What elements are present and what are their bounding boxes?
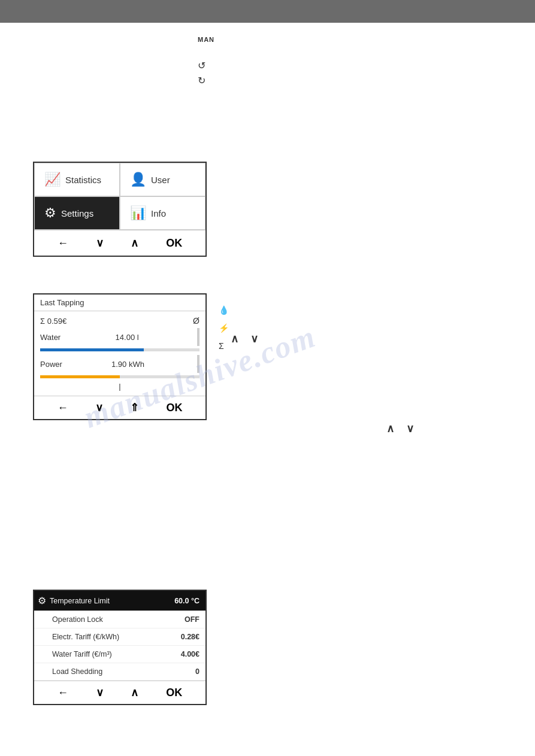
settings-row-operation-lock[interactable]: Operation Lock OFF — [34, 611, 205, 629]
tapping-body: Σ 0.59€ Ø Water 14.00 l Power 1.90 kWh | — [34, 311, 205, 396]
power-progress-fill — [40, 375, 120, 378]
settings-panel: ⚙ Temperature Limit 60.0 °C Operation Lo… — [33, 590, 207, 705]
settings-ok-button[interactable]: OK — [166, 687, 182, 699]
tapping-panel: Last Tapping Σ 0.59€ Ø Water 14.00 l Pow… — [33, 293, 207, 420]
menu-panel: 📈 Statistics 👤 User ⚙ Settings 📊 Info ← … — [33, 162, 207, 257]
settings-icon: ⚙ — [44, 205, 56, 221]
water-progress-bar — [40, 348, 200, 351]
menu-item-settings[interactable]: ⚙ Settings — [34, 196, 120, 230]
statistics-icon: 📈 — [44, 172, 61, 187]
water-drop-icon: 💧 — [219, 305, 229, 315]
settings-value-electr-tariff: 0.28€ — [181, 633, 200, 641]
nav-up-arrow-tapping[interactable]: ∧ — [231, 332, 238, 345]
man-label: MAN — [198, 36, 214, 43]
tapping-back-button[interactable]: ← — [58, 402, 68, 414]
tapping-power-row: Power 1.90 kWh — [40, 355, 200, 373]
info-icon: 📊 — [130, 205, 146, 221]
tapping-water-label: Water — [40, 333, 61, 342]
settings-row-load-shedding[interactable]: Load Shedding 0 — [34, 663, 205, 681]
nav-up-arrow-lower[interactable]: ∧ — [386, 422, 394, 435]
tapping-vertical-bar: | — [40, 382, 200, 391]
nav-arrows-lower: ∧ ∨ — [386, 422, 414, 435]
tapping-power-value: 1.90 kWh — [111, 360, 144, 369]
avg-icon: Ø — [193, 316, 200, 326]
menu-back-button[interactable]: ← — [58, 237, 68, 250]
tapping-water-value: 14.00 l — [116, 333, 139, 342]
settings-row-electr-tariff[interactable]: Electr. Tariff (€/kWh) 0.28€ — [34, 629, 205, 646]
redo-icon[interactable]: ↻ — [198, 75, 205, 86]
tapping-cost: Σ 0.59€ — [40, 317, 67, 326]
user-icon: 👤 — [130, 172, 146, 187]
settings-value-water-tariff: 4.00€ — [181, 650, 200, 658]
settings-value-load-shedding: 0 — [195, 667, 200, 676]
sigma-icon: Σ — [219, 341, 229, 351]
tapping-nav: ← ∨ ⇑ OK — [34, 396, 205, 419]
menu-item-info[interactable]: 📊 Info — [120, 196, 205, 230]
tapping-up-button[interactable]: ⇑ — [130, 401, 139, 414]
tapping-cost-row: Σ 0.59€ Ø — [40, 316, 200, 326]
nav-down-arrow-lower[interactable]: ∨ — [406, 422, 414, 435]
nav-arrows-tapping: ∧ ∨ — [231, 332, 258, 345]
settings-value-temperature: 60.0 °C — [174, 597, 200, 605]
menu-label-settings: Settings — [61, 208, 93, 218]
settings-row-temperature[interactable]: ⚙ Temperature Limit 60.0 °C — [34, 591, 205, 611]
settings-label-electr-tariff: Electr. Tariff (€/kWh) — [52, 633, 181, 641]
settings-label-water-tariff: Water Tariff (€/m³) — [52, 650, 181, 658]
settings-value-operation-lock: OFF — [185, 615, 200, 624]
top-icons-group: ↺ ↻ — [198, 60, 205, 86]
tapping-water-row: Water 14.00 l — [40, 328, 200, 346]
settings-label-load-shedding: Load Shedding — [52, 667, 195, 676]
settings-gear-icon: ⚙ — [38, 595, 46, 606]
lightning-icon: ⚡ — [219, 323, 229, 333]
side-icons-group: 💧 ⚡ Σ — [219, 305, 229, 351]
settings-label-operation-lock: Operation Lock — [52, 615, 185, 624]
tapping-down-button[interactable]: ∨ — [95, 401, 103, 414]
menu-label-user: User — [151, 175, 170, 185]
power-progress-bar — [40, 375, 200, 378]
water-progress-fill — [40, 348, 144, 351]
menu-grid: 📈 Statistics 👤 User ⚙ Settings 📊 Info — [34, 163, 205, 230]
settings-down-button[interactable]: ∨ — [96, 686, 104, 699]
top-bar — [0, 0, 535, 23]
menu-ok-button[interactable]: OK — [166, 237, 182, 250]
menu-up-button[interactable]: ∧ — [131, 236, 138, 250]
menu-item-user[interactable]: 👤 User — [120, 163, 205, 196]
menu-item-statistics[interactable]: 📈 Statistics — [34, 163, 120, 196]
settings-back-button[interactable]: ← — [58, 687, 68, 699]
tapping-power-label: Power — [40, 360, 62, 369]
tapping-title: Last Tapping — [34, 294, 205, 311]
settings-nav: ← ∨ ∧ OK — [34, 681, 205, 704]
settings-up-button[interactable]: ∧ — [131, 686, 138, 699]
menu-label-statistics: Statistics — [65, 175, 101, 185]
undo-icon[interactable]: ↺ — [198, 60, 205, 71]
settings-label-temperature: Temperature Limit — [50, 597, 174, 605]
menu-nav: ← ∨ ∧ OK — [34, 230, 205, 256]
menu-down-button[interactable]: ∨ — [96, 236, 104, 250]
water-bar-indicator — [197, 328, 200, 346]
menu-label-info: Info — [151, 208, 166, 218]
settings-row-water-tariff[interactable]: Water Tariff (€/m³) 4.00€ — [34, 646, 205, 663]
nav-down-arrow-tapping[interactable]: ∨ — [250, 332, 258, 345]
tapping-ok-button[interactable]: OK — [166, 402, 182, 414]
power-bar-indicator — [197, 355, 200, 373]
